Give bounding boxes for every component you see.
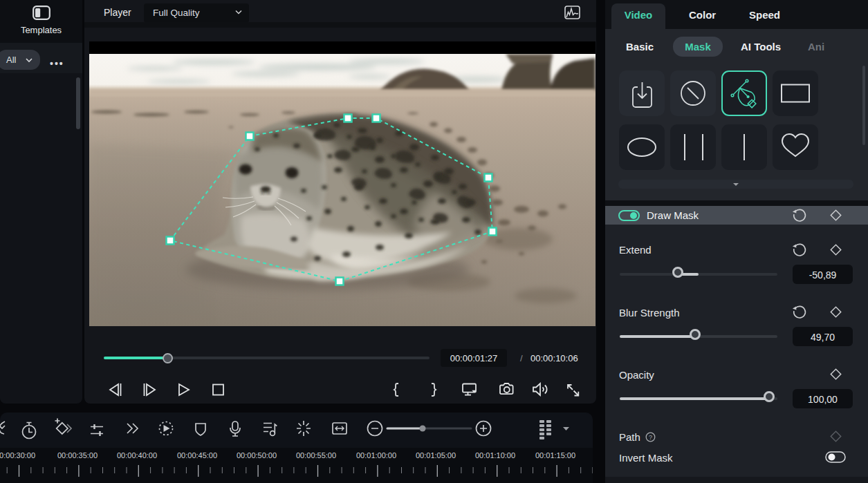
svg-text:?: ? [649,434,652,441]
